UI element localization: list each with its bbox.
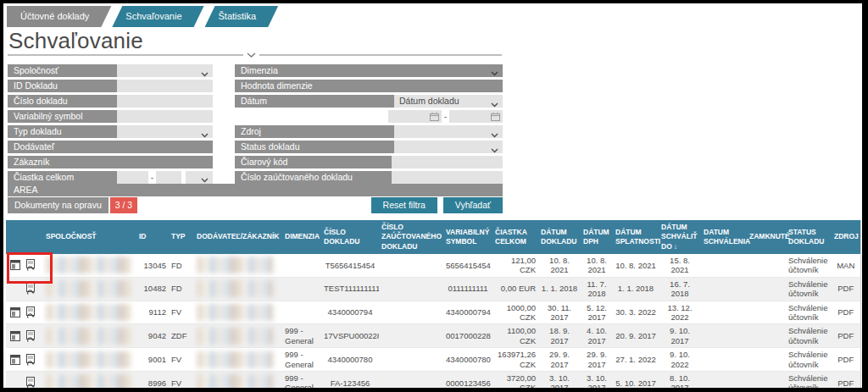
form-icon[interactable] [9,306,21,318]
cell-datum_schvalenia [701,254,747,277]
column-header-ciastka_celkom[interactable]: ČIASTKA CELKOM [492,220,538,254]
cell-company [43,371,136,392]
column-header-supplier[interactable]: DODÁVATEĽ/ZÁKAZNÍK [194,220,282,254]
column-header-cislo_dokladu[interactable]: ČÍSLO DOKLADU [321,220,379,254]
column-header-datum_splatnosti[interactable]: DÁTUM SPLATNOSTI [613,220,659,254]
column-header-datum_schvalenia[interactable]: DATUM SCHVÁLENIA [701,220,747,254]
row-actions-cell [6,301,43,324]
form-icon[interactable] [9,354,21,366]
ciastka-od-input[interactable] [117,171,148,184]
supplier-redacted [197,304,273,321]
status-dokladu-select[interactable] [394,141,503,153]
reset-filtra-button[interactable]: Reset filtra [371,197,437,213]
dodavatel-bar[interactable]: Dodávateľ [8,141,213,153]
datum-od-input[interactable] [388,110,442,123]
column-header-typ[interactable]: TYP [169,220,194,254]
cell-variabilny_symbol: 0000123456 [443,371,492,392]
cell-zdroj: PDF [832,348,860,372]
column-label: ČÍSLO ZAÚČTOVANÉHO DOKLADU [381,223,442,250]
refresh-icon[interactable] [25,330,36,342]
cell-cislo_dokladu: 4340000780 [321,348,379,372]
refresh-icon[interactable] [25,354,36,366]
zakaznik-bar[interactable]: Zákazník [8,156,213,168]
column-label: ZDROJ [834,232,859,240]
column-header-dimenzia[interactable]: DIMENZIA [282,220,321,254]
tab-uctovne-doklady[interactable]: Účtovné doklady [7,6,111,27]
column-header-datum_schvalit_do[interactable]: DÁTUM SCHVÁLIŤ DO↓ [659,220,701,254]
column-header-status_dokladu[interactable]: STATUS DOKLADU [786,220,832,254]
table-row[interactable]: 9112FV434000079443400007941000,00 CZK30.… [6,301,860,324]
column-header-zdroj[interactable]: ZDROJ [832,220,860,254]
cislo-zauctovaneho-input[interactable] [392,171,503,184]
calendar-icon[interactable] [491,112,500,123]
variabilny-symbol-input[interactable] [117,110,213,123]
column-header-zamknute[interactable]: ZAMKNUTÉ [747,220,786,254]
cell-ciastka_celkom: 121,00 CZK [492,254,538,277]
column-header-variabilny_symbol[interactable]: VARIABILNÝ SYMBOL [443,220,492,254]
column-header-company[interactable]: SPOLOČNOSŤ [43,220,136,254]
column-header-cislo_zauctovaneho_dokladu[interactable]: ČÍSLO ZAÚČTOVANÉHO DOKLADU [379,220,443,254]
column-header-icons[interactable] [6,220,43,254]
cell-datum_dokladu: 30. 11. 2017 [538,301,581,324]
cell-zdroj: PDF [832,371,860,392]
table-row[interactable]: 9042ZDF999 - General17VSPU00022800170002… [6,324,860,348]
table-row[interactable]: 9001FV999 - General434000078043400007801… [6,348,860,372]
ciastka-do-input[interactable] [156,171,181,184]
filter-column-right: Dimenzia Hodnota dimenzie Dátum Dátum do… [235,64,503,186]
table-row[interactable]: 10482FDTEST11111111101111111110,00 EUR1.… [6,277,860,301]
id-dokladu-input[interactable] [117,80,213,92]
cislo-dokladu-input[interactable] [117,95,213,108]
column-header-datum_dph[interactable]: DÁTUM DPH [581,220,613,254]
column-label: DÁTUM DOKLADU [541,228,577,246]
cell-typ: ZDF [169,324,194,348]
tab-bar: Účtovné doklady Schvaľovanie Štatistika [7,6,279,27]
column-header-datum_dokladu[interactable]: DÁTUM DOKLADU [538,220,581,254]
column-label: DÁTUM SPLATNOSTI [615,228,660,246]
datum-do-input[interactable] [449,110,503,123]
cell-ciastka_celkom: 3720,00 CZK [492,371,538,392]
refresh-icon[interactable] [25,259,36,271]
filter-label: Spoločnosť [8,64,117,77]
cell-datum_schvalenia [701,324,747,348]
ciarovy-kod-input[interactable] [392,156,503,168]
calendar-icon[interactable] [430,112,439,123]
dimenzia-select[interactable]: Dimenzia [235,64,503,77]
cell-variabilny_symbol: 5656415454 [443,254,492,277]
spolocnost-select[interactable] [117,64,213,77]
refresh-icon[interactable] [25,283,36,295]
vyhladat-button[interactable]: Vyhľadať [443,197,503,213]
column-label: DATUM SCHVÁLENIA [704,228,750,246]
cell-supplier [194,371,282,392]
cell-id: 8996 [136,371,169,392]
zdroj-select[interactable] [394,125,503,138]
filter-label: Status dokladu [235,141,394,153]
table-row[interactable]: 13045FDT56564154545656415454121,00 CZK10… [6,254,860,277]
refresh-icon[interactable] [25,377,36,389]
filter-collapse-toggle[interactable] [243,49,259,59]
table-row[interactable]: 8996FV999 - GeneralFA-123456000012345637… [6,371,860,392]
cell-zamknute [747,324,786,348]
tab-schvalovanie[interactable]: Schvaľovanie [112,6,203,27]
area-bar[interactable]: AREA [8,184,503,196]
filter-label: Zdroj [235,125,394,138]
tab-statistika[interactable]: Štatistika [205,6,279,27]
column-label: DÁTUM SCHVÁLIŤ DO [661,223,698,250]
cell-datum_dokladu: 3. 10. 2017 [538,371,581,392]
typ-dokladu-select[interactable] [117,125,213,138]
cell-id: 9001 [136,348,169,372]
hodnota-dimenzie-bar[interactable]: Hodnota dimenzie [235,80,503,92]
filter-column-left: Spoločnosť ID Dokladu Číslo dokladu Vari… [8,64,213,186]
filter-panel: Spoločnosť ID Dokladu Číslo dokladu Vari… [8,64,503,196]
form-icon[interactable] [9,330,21,342]
cell-dimenzia [282,277,321,301]
dokumenty-na-opravu-button[interactable]: Dokumenty na opravu [8,197,108,213]
supplier-redacted [197,351,273,368]
datum-typ-select[interactable]: Dátum dokladu [394,95,503,108]
cell-cislo_dokladu: TEST111111111 [321,277,379,301]
column-label: ID [139,232,147,240]
form-icon[interactable] [9,259,21,271]
cell-datum_splatnosti: 10. 8. 2021 [613,254,659,277]
refresh-icon[interactable] [25,306,36,318]
ciastka-mena-select[interactable] [186,171,213,184]
column-header-id[interactable]: ID [136,220,169,254]
